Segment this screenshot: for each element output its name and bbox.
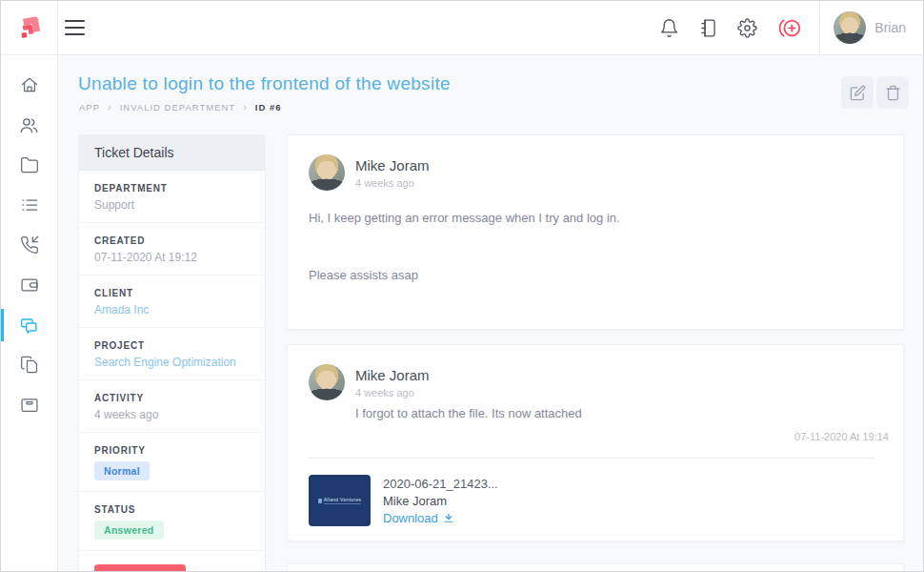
attachment-divider — [309, 458, 874, 459]
user-avatar — [834, 11, 866, 44]
breadcrumb: APP › INVALID DEPARTMENT › ID #6 — [79, 101, 282, 112]
app-window: Brian — [0, 0, 924, 572]
author-meta: Mike Joram 4 weeks ago I forgot to attac… — [355, 364, 582, 420]
wallet-icon — [20, 276, 39, 295]
field-label: STATUS — [94, 504, 250, 515]
attachment-thumbnail[interactable]: Alland Ventures — [309, 475, 371, 526]
field-label: ACTIVITY — [94, 393, 250, 403]
user-name: Brian — [874, 20, 906, 35]
edit-ticket-icon-button[interactable] — [841, 76, 874, 109]
sidebar-item-billing[interactable] — [1, 265, 57, 305]
breadcrumb-app[interactable]: APP — [79, 102, 100, 112]
sidebar-item-archive[interactable] — [1, 385, 57, 425]
list-icon — [20, 195, 39, 214]
field-department: DEPARTMENT Support — [79, 171, 265, 223]
sidebar-item-calls[interactable] — [1, 225, 57, 265]
message-header: Mike Joram 4 weeks ago I forgot to attac… — [288, 345, 903, 420]
author-meta: Mike Joram 4 weeks ago — [355, 154, 430, 191]
priority-badge: Normal — [94, 461, 150, 480]
folder-icon — [20, 155, 39, 174]
client-link[interactable]: Amada Inc — [94, 303, 250, 317]
create-new-icon[interactable] — [776, 17, 802, 39]
field-label: CLIENT — [94, 288, 250, 298]
breadcrumb-ticket-id: ID #6 — [255, 102, 282, 112]
field-label: PRIORITY — [94, 445, 250, 456]
status-badge: Answered — [94, 521, 164, 540]
attachment-meta: 2020-06-21_21423... Mike Joram Download — [383, 475, 498, 526]
page-title: Unable to login to the frontend of the w… — [78, 73, 451, 94]
chevron-right-icon: › — [243, 101, 248, 112]
sidebar-item-tickets[interactable] — [1, 305, 57, 345]
topbar: Brian — [1, 1, 923, 55]
attachment: Alland Ventures 2020-06-21_21423... Mike… — [309, 475, 498, 526]
delete-ticket-icon-button[interactable] — [876, 76, 909, 109]
main-content: Unable to login to the frontend of the w… — [58, 55, 923, 571]
sidebar-item-tasks[interactable] — [1, 185, 57, 225]
author-avatar — [309, 154, 345, 191]
field-created: CREATED 07-11-2020 At 19:12 — [79, 223, 265, 276]
field-activity: ACTIVITY 4 weeks ago — [79, 380, 265, 433]
tickets-chat-icon — [19, 316, 39, 336]
trash-icon — [885, 85, 901, 101]
message-card: Mike Joram 4 weeks ago I forgot to attac… — [287, 344, 904, 541]
bell-icon[interactable] — [659, 18, 679, 38]
field-value: Support — [94, 198, 250, 212]
notebook-icon[interactable] — [698, 18, 718, 38]
message-text: I forgot to attach the file. Its now att… — [355, 406, 582, 420]
message-text: Hi, I keep getting an error message when… — [288, 211, 903, 225]
download-label: Download — [383, 511, 438, 525]
phone-incoming-icon — [20, 235, 39, 255]
sidebar-item-projects[interactable] — [1, 145, 57, 185]
thumbnail-logo-icon — [318, 499, 322, 503]
field-value: 07-11-2020 At 19:12 — [94, 251, 250, 264]
field-label: DEPARTMENT — [94, 183, 250, 194]
field-label: CREATED — [94, 235, 250, 246]
thumbnail-label: Alland Ventures — [324, 497, 362, 504]
field-client: CLIENT Amada Inc — [79, 276, 265, 328]
messages-list: Mike Joram 4 weeks ago Hi, I keep gettin… — [287, 134, 904, 571]
field-priority: PRIORITY Normal — [79, 433, 265, 492]
ticket-details-panel: Ticket Details DEPARTMENT Support CREATE… — [78, 134, 266, 571]
attachment-thumbnail-logo: Alland Ventures — [318, 497, 362, 504]
message-time: 4 weeks ago — [355, 177, 430, 189]
documents-icon — [20, 356, 39, 375]
attachment-uploader: Mike Joram — [383, 494, 498, 508]
chevron-right-icon: › — [108, 101, 112, 112]
author-name: Mike Joram — [355, 157, 430, 174]
field-value: 4 weeks ago — [94, 408, 250, 421]
gear-icon[interactable] — [737, 18, 757, 38]
field-project: PROJECT Search Engine Optimization — [79, 328, 265, 380]
message-card-partial — [287, 563, 904, 571]
archive-icon — [20, 396, 39, 415]
download-link[interactable]: Download — [383, 511, 498, 525]
breadcrumb-department[interactable]: INVALID DEPARTMENT — [120, 102, 235, 112]
sidebar-item-clients[interactable] — [1, 105, 57, 145]
edit-pencil-icon — [850, 85, 866, 101]
message-header: Mike Joram 4 weeks ago — [288, 135, 903, 191]
sidebar-nav — [1, 55, 58, 571]
author-avatar — [309, 364, 345, 400]
sidebar-item-documents[interactable] — [1, 345, 57, 385]
user-menu[interactable]: Brian — [820, 1, 923, 54]
panel-footer: Edit Ticket — [79, 551, 265, 571]
menu-toggle-button[interactable] — [65, 20, 85, 35]
ticket-actions — [841, 76, 909, 109]
clients-icon — [19, 115, 39, 135]
field-status: STATUS Answered — [79, 492, 265, 551]
author-name: Mike Joram — [355, 367, 582, 383]
message-timestamp: 07-11-2020 At 19:14 — [794, 431, 889, 442]
topbar-actions: Brian — [650, 1, 923, 54]
project-link[interactable]: Search Engine Optimization — [94, 356, 250, 369]
field-label: PROJECT — [94, 340, 250, 351]
app-logo[interactable] — [1, 1, 58, 54]
attachment-filename: 2020-06-21_21423... — [383, 477, 498, 491]
panel-title: Ticket Details — [79, 135, 265, 171]
edit-ticket-button[interactable]: Edit Ticket — [94, 564, 186, 571]
sidebar-item-home[interactable] — [1, 65, 57, 105]
message-time: 4 weeks ago — [355, 387, 582, 398]
message-card: Mike Joram 4 weeks ago Hi, I keep gettin… — [287, 134, 904, 330]
download-icon — [443, 512, 454, 524]
brand-logo-icon — [15, 13, 44, 42]
message-text: Please assists asap — [288, 268, 903, 282]
home-icon — [20, 75, 39, 94]
